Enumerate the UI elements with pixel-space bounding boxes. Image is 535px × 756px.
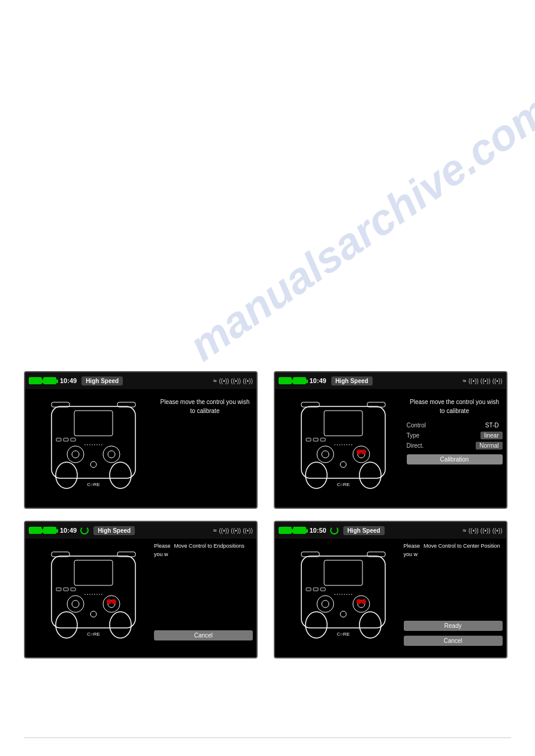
control-label: Control xyxy=(407,422,426,429)
svg-rect-10 xyxy=(71,438,75,441)
svg-point-39 xyxy=(361,450,366,454)
top-bar-1: 10:49 High Speed ≈ ((•)) ((•)) ((•)) xyxy=(25,372,256,389)
signal-4c: ((•)) xyxy=(492,527,503,534)
battery-3 xyxy=(29,527,56,534)
svg-rect-32 xyxy=(313,438,318,441)
svg-point-17 xyxy=(89,444,90,445)
svg-point-75 xyxy=(306,612,327,638)
time-2: 10:49 xyxy=(310,377,327,384)
svg-point-93 xyxy=(341,594,343,595)
svg-point-27 xyxy=(317,446,334,463)
controller-svg-2: C○RE xyxy=(283,397,403,499)
svg-rect-82 xyxy=(313,588,318,591)
svg-rect-24 xyxy=(324,411,362,436)
ready-button-4[interactable]: Ready xyxy=(404,621,503,631)
svg-point-11 xyxy=(90,462,96,467)
svg-point-26 xyxy=(359,462,381,488)
svg-point-18 xyxy=(92,444,93,445)
svg-point-45 xyxy=(346,444,347,445)
bat-3b xyxy=(43,527,56,534)
svg-point-68 xyxy=(92,594,93,595)
svg-rect-9 xyxy=(64,438,68,441)
buttons-area-4: Ready Cancel xyxy=(404,618,503,646)
type-value: linear xyxy=(480,432,502,439)
screenshots-grid: 10:49 High Speed ≈ ((•)) ((•)) ((•)) xyxy=(24,371,511,658)
svg-point-90 xyxy=(334,594,335,595)
svg-point-46 xyxy=(349,444,350,445)
controller-svg-3: C○RE xyxy=(34,547,153,649)
screen-3: 10:49 High Speed ≈ ((•)) ((•)) ((•)) xyxy=(24,521,258,658)
svg-point-19 xyxy=(94,444,95,445)
svg-rect-56 xyxy=(56,588,61,591)
svg-point-92 xyxy=(339,594,340,595)
screen-4: 10:50 High Speed ≈ ((•)) ((•)) ((•)) xyxy=(274,521,507,658)
svg-point-94 xyxy=(344,594,345,595)
signal-icons-3: ((•)) ((•)) ((•)) xyxy=(219,527,253,534)
svg-point-16 xyxy=(87,444,88,445)
svg-point-79 xyxy=(353,596,370,612)
wifi-icon-2: ≈ xyxy=(463,377,466,384)
svg-point-20 xyxy=(96,444,98,445)
info-row-direct: Direct. Normal xyxy=(407,442,503,450)
wifi-icon-3: ≈ xyxy=(213,527,216,534)
bat-2b xyxy=(293,377,306,384)
svg-point-22 xyxy=(101,444,102,445)
svg-point-67 xyxy=(89,594,90,595)
svg-point-66 xyxy=(87,594,88,595)
bat-2a xyxy=(279,377,292,384)
spinner-3 xyxy=(80,526,89,535)
wifi-icon-4: ≈ xyxy=(463,527,466,534)
svg-point-7 xyxy=(108,451,115,458)
controller-area-2: C○RE xyxy=(277,389,409,508)
svg-point-96 xyxy=(349,594,350,595)
move-instruction-4: Pleaseyou w Move Control to Center Posit… xyxy=(404,542,503,646)
instruction-row-4: Pleaseyou w Move Control to Center Posit… xyxy=(404,542,503,558)
svg-point-40 xyxy=(334,444,335,445)
instr-left-3: Pleaseyou w xyxy=(154,542,171,558)
svg-point-88 xyxy=(356,599,361,604)
calibration-button[interactable]: Calibration xyxy=(407,454,503,464)
controller-area-3: C○RE xyxy=(28,539,159,657)
svg-rect-58 xyxy=(71,588,75,591)
signal-4b: ((•)) xyxy=(480,527,491,534)
signal-icons-1: ((•)) ((•)) ((•)) xyxy=(219,378,253,384)
time-1: 10:49 xyxy=(60,377,77,384)
svg-rect-31 xyxy=(306,438,311,441)
svg-point-34 xyxy=(340,462,346,467)
svg-text:C○RE: C○RE xyxy=(337,631,350,637)
controller-svg-4: C○RE xyxy=(283,547,403,649)
cancel-button-4[interactable]: Cancel xyxy=(404,636,503,646)
signal-2c: ((•)) xyxy=(492,378,503,384)
svg-point-15 xyxy=(84,444,86,445)
svg-point-97 xyxy=(351,594,352,595)
svg-point-59 xyxy=(90,611,96,617)
svg-point-44 xyxy=(344,444,345,445)
battery-2 xyxy=(279,377,306,384)
svg-point-78 xyxy=(322,600,329,608)
svg-point-47 xyxy=(351,444,352,445)
signal-1a: ((•)) xyxy=(219,378,229,384)
type-label: Type xyxy=(407,432,420,439)
info-row-type: Type linear xyxy=(407,432,503,439)
bat-4b xyxy=(293,527,306,534)
screen-2: 10:49 High Speed ≈ ((•)) ((•)) ((•)) xyxy=(274,371,507,509)
svg-point-84 xyxy=(340,611,346,617)
bat-1a xyxy=(29,377,42,384)
svg-point-4 xyxy=(67,446,84,463)
svg-text:C○RE: C○RE xyxy=(337,482,350,487)
svg-point-63 xyxy=(107,599,111,604)
top-bar-3: 10:49 High Speed ≈ ((•)) ((•)) ((•)) xyxy=(25,522,256,539)
instr-right-4: Move Control to Center Position xyxy=(424,542,500,558)
instr-right-3: Move Control to Endpositions xyxy=(174,542,245,558)
svg-point-38 xyxy=(356,450,361,454)
svg-rect-74 xyxy=(324,560,362,585)
instruction-text-2: Please move the control you wish to cali… xyxy=(407,397,503,415)
svg-point-52 xyxy=(67,596,84,612)
signal-3a: ((•)) xyxy=(219,527,229,534)
signal-1c: ((•)) xyxy=(243,378,253,384)
cancel-button-3[interactable]: Cancel xyxy=(154,630,253,640)
bottom-separator xyxy=(24,737,511,738)
direct-value: Normal xyxy=(476,442,502,450)
signal-2a: ((•)) xyxy=(468,378,479,384)
battery-1 xyxy=(29,377,56,384)
